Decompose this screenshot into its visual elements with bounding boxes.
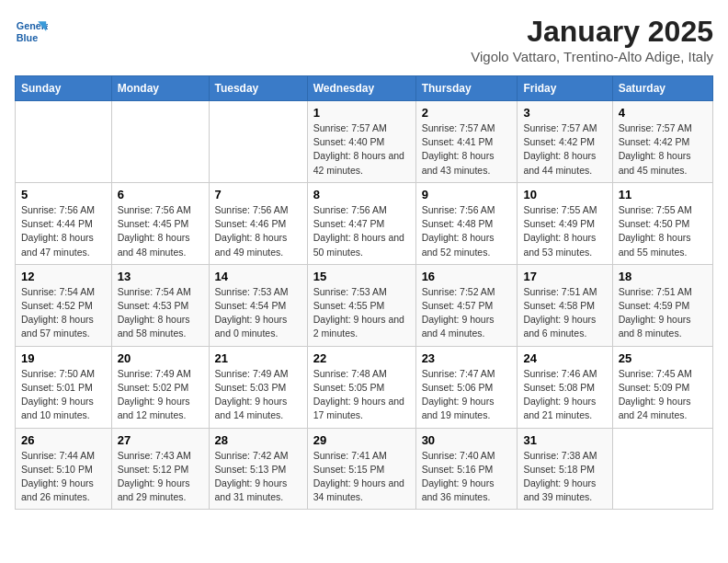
day-number: 31 [523, 433, 606, 447]
day-info: Sunrise: 7:48 AMSunset: 5:05 PMDaylight:… [313, 367, 410, 423]
day-info: Sunrise: 7:49 AMSunset: 5:02 PMDaylight:… [118, 367, 203, 423]
day-number: 19 [21, 351, 106, 365]
logo: General Blue [15, 15, 48, 48]
day-cell: 13Sunrise: 7:54 AMSunset: 4:53 PMDayligh… [111, 264, 209, 346]
day-number: 18 [619, 270, 707, 283]
svg-text:Blue: Blue [17, 32, 38, 43]
day-number: 13 [118, 270, 203, 283]
day-info: Sunrise: 7:53 AMSunset: 4:54 PMDaylight:… [215, 285, 301, 341]
day-info: Sunrise: 7:51 AMSunset: 4:58 PMDaylight:… [523, 285, 606, 341]
day-number: 27 [118, 433, 203, 447]
day-info: Sunrise: 7:56 AMSunset: 4:47 PMDaylight:… [313, 203, 410, 259]
day-info: Sunrise: 7:56 AMSunset: 4:48 PMDaylight:… [422, 203, 512, 259]
day-number: 29 [313, 433, 410, 447]
day-number: 8 [313, 188, 410, 201]
day-cell: 8Sunrise: 7:56 AMSunset: 4:47 PMDaylight… [307, 182, 415, 264]
day-number: 25 [619, 351, 707, 365]
col-header-monday: Monday [111, 76, 209, 101]
day-info: Sunrise: 7:44 AMSunset: 5:10 PMDaylight:… [21, 449, 106, 505]
day-cell: 7Sunrise: 7:56 AMSunset: 4:46 PMDaylight… [209, 182, 307, 264]
day-info: Sunrise: 7:57 AMSunset: 4:41 PMDaylight:… [422, 121, 512, 178]
day-cell: 11Sunrise: 7:55 AMSunset: 4:50 PMDayligh… [612, 182, 712, 264]
day-info: Sunrise: 7:54 AMSunset: 4:53 PMDaylight:… [118, 285, 203, 341]
day-info: Sunrise: 7:56 AMSunset: 4:45 PMDaylight:… [118, 203, 203, 259]
day-cell: 27Sunrise: 7:43 AMSunset: 5:12 PMDayligh… [111, 428, 209, 510]
day-cell: 4Sunrise: 7:57 AMSunset: 4:42 PMDaylight… [612, 101, 712, 183]
day-number: 26 [21, 433, 106, 447]
day-info: Sunrise: 7:47 AMSunset: 5:06 PMDaylight:… [422, 367, 512, 423]
day-cell: 23Sunrise: 7:47 AMSunset: 5:06 PMDayligh… [415, 346, 518, 428]
day-cell: 6Sunrise: 7:56 AMSunset: 4:45 PMDaylight… [111, 182, 209, 264]
day-info: Sunrise: 7:40 AMSunset: 5:16 PMDaylight:… [422, 449, 512, 505]
day-info: Sunrise: 7:38 AMSunset: 5:18 PMDaylight:… [523, 449, 606, 505]
day-number: 2 [422, 106, 512, 120]
day-cell: 19Sunrise: 7:50 AMSunset: 5:01 PMDayligh… [16, 346, 112, 428]
day-cell: 22Sunrise: 7:48 AMSunset: 5:05 PMDayligh… [307, 346, 415, 428]
day-number: 22 [313, 351, 410, 365]
calendar-body: 1Sunrise: 7:57 AMSunset: 4:40 PMDaylight… [16, 101, 713, 510]
day-info: Sunrise: 7:56 AMSunset: 4:44 PMDaylight:… [21, 203, 106, 259]
day-number: 7 [215, 188, 301, 201]
day-cell: 14Sunrise: 7:53 AMSunset: 4:54 PMDayligh… [209, 264, 307, 346]
day-info: Sunrise: 7:56 AMSunset: 4:46 PMDaylight:… [215, 203, 301, 259]
day-number: 23 [422, 351, 512, 365]
day-cell: 2Sunrise: 7:57 AMSunset: 4:41 PMDaylight… [415, 101, 518, 183]
day-info: Sunrise: 7:57 AMSunset: 4:42 PMDaylight:… [523, 121, 606, 178]
day-cell: 9Sunrise: 7:56 AMSunset: 4:48 PMDaylight… [415, 182, 518, 264]
day-cell [209, 101, 307, 183]
day-info: Sunrise: 7:50 AMSunset: 5:01 PMDaylight:… [21, 367, 106, 423]
logo-icon: General Blue [15, 15, 48, 48]
day-info: Sunrise: 7:45 AMSunset: 5:09 PMDaylight:… [619, 367, 707, 423]
day-info: Sunrise: 7:49 AMSunset: 5:03 PMDaylight:… [215, 367, 301, 423]
day-cell: 12Sunrise: 7:54 AMSunset: 4:52 PMDayligh… [16, 264, 112, 346]
day-number: 28 [215, 433, 301, 447]
day-cell: 17Sunrise: 7:51 AMSunset: 4:58 PMDayligh… [518, 264, 612, 346]
day-cell: 29Sunrise: 7:41 AMSunset: 5:15 PMDayligh… [307, 428, 415, 510]
day-cell: 20Sunrise: 7:49 AMSunset: 5:02 PMDayligh… [111, 346, 209, 428]
calendar-header: SundayMondayTuesdayWednesdayThursdayFrid… [16, 76, 713, 101]
day-number: 30 [422, 433, 512, 447]
day-cell: 3Sunrise: 7:57 AMSunset: 4:42 PMDaylight… [518, 101, 612, 183]
day-cell: 21Sunrise: 7:49 AMSunset: 5:03 PMDayligh… [209, 346, 307, 428]
day-number: 12 [21, 270, 106, 283]
day-info: Sunrise: 7:54 AMSunset: 4:52 PMDaylight:… [21, 285, 106, 341]
col-header-sunday: Sunday [16, 76, 112, 101]
day-info: Sunrise: 7:51 AMSunset: 4:59 PMDaylight:… [619, 285, 707, 341]
day-number: 11 [619, 188, 707, 201]
day-cell: 26Sunrise: 7:44 AMSunset: 5:10 PMDayligh… [16, 428, 112, 510]
day-number: 24 [523, 351, 606, 365]
col-header-tuesday: Tuesday [209, 76, 307, 101]
day-cell: 30Sunrise: 7:40 AMSunset: 5:16 PMDayligh… [415, 428, 518, 510]
day-info: Sunrise: 7:41 AMSunset: 5:15 PMDaylight:… [313, 449, 410, 505]
day-cell: 1Sunrise: 7:57 AMSunset: 4:40 PMDaylight… [307, 101, 415, 183]
week-row-3: 12Sunrise: 7:54 AMSunset: 4:52 PMDayligh… [16, 264, 713, 346]
day-cell: 18Sunrise: 7:51 AMSunset: 4:59 PMDayligh… [612, 264, 712, 346]
day-cell: 16Sunrise: 7:52 AMSunset: 4:57 PMDayligh… [415, 264, 518, 346]
col-header-thursday: Thursday [415, 76, 518, 101]
header-row: SundayMondayTuesdayWednesdayThursdayFrid… [16, 76, 713, 101]
day-number: 1 [313, 106, 410, 120]
col-header-friday: Friday [518, 76, 612, 101]
location-subtitle: Vigolo Vattaro, Trentino-Alto Adige, Ita… [471, 49, 713, 64]
day-info: Sunrise: 7:46 AMSunset: 5:08 PMDaylight:… [523, 367, 606, 423]
day-cell [16, 101, 112, 183]
day-info: Sunrise: 7:57 AMSunset: 4:42 PMDaylight:… [619, 121, 707, 178]
day-cell: 24Sunrise: 7:46 AMSunset: 5:08 PMDayligh… [518, 346, 612, 428]
day-info: Sunrise: 7:52 AMSunset: 4:57 PMDaylight:… [422, 285, 512, 341]
day-cell [111, 101, 209, 183]
day-number: 17 [523, 270, 606, 283]
col-header-saturday: Saturday [612, 76, 712, 101]
day-cell: 15Sunrise: 7:53 AMSunset: 4:55 PMDayligh… [307, 264, 415, 346]
day-cell: 10Sunrise: 7:55 AMSunset: 4:49 PMDayligh… [518, 182, 612, 264]
day-info: Sunrise: 7:55 AMSunset: 4:50 PMDaylight:… [619, 203, 707, 259]
calendar-table: SundayMondayTuesdayWednesdayThursdayFrid… [15, 75, 713, 510]
day-cell: 28Sunrise: 7:42 AMSunset: 5:13 PMDayligh… [209, 428, 307, 510]
day-cell [612, 428, 712, 510]
day-number: 4 [619, 106, 707, 120]
day-number: 21 [215, 351, 301, 365]
week-row-4: 19Sunrise: 7:50 AMSunset: 5:01 PMDayligh… [16, 346, 713, 428]
day-number: 9 [422, 188, 512, 201]
day-number: 16 [422, 270, 512, 283]
day-cell: 5Sunrise: 7:56 AMSunset: 4:44 PMDaylight… [16, 182, 112, 264]
day-number: 15 [313, 270, 410, 283]
